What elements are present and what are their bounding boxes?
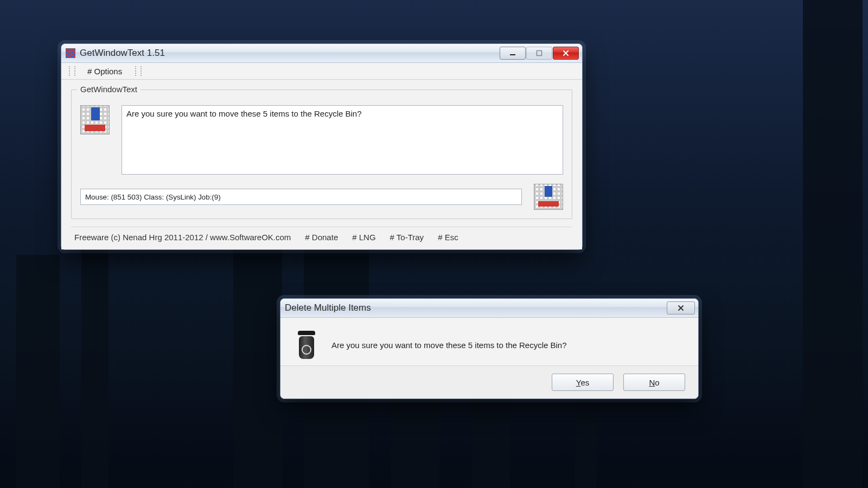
donate-link[interactable]: # Donate [305, 233, 338, 242]
window-title: GetWindowText 1.51 [80, 48, 165, 59]
dialog-body: Are you sure you want to move these 5 it… [280, 318, 698, 365]
menu-bar: # Options [61, 63, 582, 80]
dialog-button-row: Yes No [280, 365, 698, 399]
app-icon [66, 48, 75, 58]
dialog-title: Delete Multiple Items [285, 303, 371, 313]
dialog-message: Are you sure you want to move these 5 it… [331, 341, 567, 350]
recycle-bin-icon [296, 331, 317, 359]
close-button[interactable] [667, 301, 695, 314]
delete-confirmation-dialog[interactable]: Delete Multiple Items Are you sure you w… [280, 298, 699, 399]
yes-button[interactable]: Yes [552, 374, 614, 391]
title-bar[interactable]: Delete Multiple Items [280, 299, 698, 318]
client-area: GetWindowText Are you sure you want to m… [61, 80, 582, 249]
options-menu[interactable]: # Options [83, 66, 126, 77]
no-button-label: N [649, 378, 655, 387]
minimize-button[interactable] [500, 47, 526, 60]
getwindowtext-group: GetWindowText Are you sure you want to m… [71, 89, 572, 219]
close-button[interactable] [553, 47, 579, 60]
credits-text: Freeware (c) Nenad Hrg 2011-2012 / www.S… [74, 233, 291, 242]
toolbar-grip-icon [135, 66, 142, 76]
svg-rect-1 [537, 51, 542, 56]
esc-link[interactable]: # Esc [438, 233, 458, 242]
captured-text-output[interactable]: Are you sure you want to move these 5 it… [122, 105, 563, 175]
title-bar[interactable]: GetWindowText 1.51 [61, 44, 582, 63]
no-button[interactable]: No [623, 374, 685, 391]
crosshair-drag-icon[interactable] [534, 184, 563, 210]
status-readout[interactable] [80, 189, 522, 205]
toolbar-grip-icon [69, 66, 75, 76]
target-cursor-icon [80, 105, 110, 134]
lng-link[interactable]: # LNG [352, 233, 375, 242]
to-tray-link[interactable]: # To-Tray [390, 233, 424, 242]
getwindowtext-window[interactable]: GetWindowText 1.51 # Options GetWindowTe… [61, 43, 583, 250]
svg-rect-0 [510, 54, 515, 55]
maximize-button[interactable] [526, 47, 552, 60]
group-legend: GetWindowText [77, 85, 141, 94]
footer-bar: Freeware (c) Nenad Hrg 2011-2012 / www.S… [71, 227, 572, 245]
